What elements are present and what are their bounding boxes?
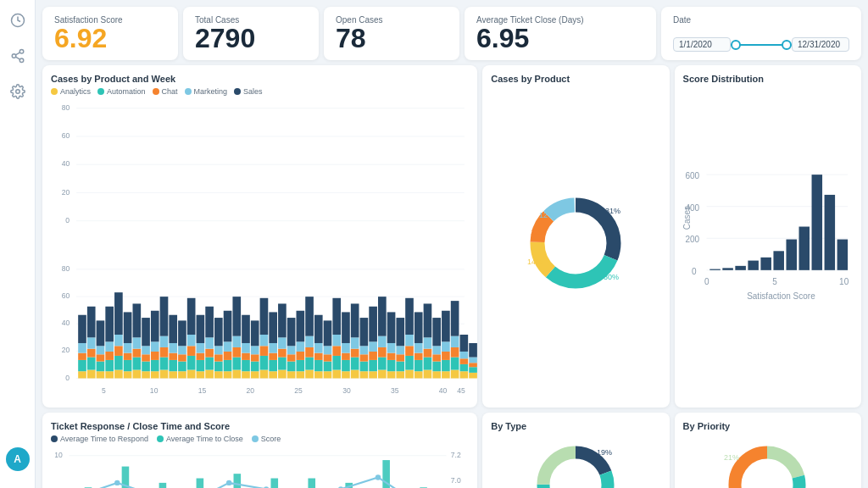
svg-rect-102: [197, 360, 205, 371]
svg-rect-280: [760, 258, 771, 270]
svg-text:60: 60: [62, 291, 70, 300]
svg-rect-81: [160, 369, 169, 378]
bar-chart-title: Cases by Product and Week: [51, 74, 469, 84]
svg-text:0: 0: [65, 216, 70, 225]
svg-rect-109: [205, 337, 214, 348]
svg-rect-202: [378, 357, 387, 369]
svg-rect-250: [460, 335, 469, 352]
svg-rect-205: [378, 297, 387, 336]
svg-rect-135: [251, 320, 259, 346]
svg-rect-91: [178, 371, 186, 378]
svg-rect-194: [360, 346, 369, 354]
date-start-input[interactable]: [673, 37, 731, 52]
svg-text:80: 80: [62, 264, 70, 273]
kpi-open-value: 78: [336, 25, 448, 52]
svg-rect-92: [178, 361, 186, 371]
date-slider[interactable]: [736, 44, 787, 46]
svg-rect-153: [287, 354, 296, 361]
svg-point-325: [226, 480, 231, 485]
settings-icon[interactable]: [8, 81, 28, 102]
svg-rect-254: [469, 357, 477, 363]
svg-rect-235: [432, 318, 441, 346]
svg-rect-142: [269, 360, 277, 371]
svg-rect-120: [224, 310, 232, 341]
svg-point-344: [555, 464, 596, 488]
svg-rect-195: [360, 318, 369, 346]
svg-rect-60: [114, 292, 123, 335]
svg-rect-227: [424, 357, 432, 369]
svg-rect-233: [432, 354, 441, 361]
svg-rect-204: [378, 336, 387, 347]
svg-rect-174: [324, 346, 332, 354]
svg-text:10: 10: [150, 385, 159, 394]
svg-rect-247: [460, 364, 469, 371]
svg-rect-88: [169, 352, 177, 359]
donut-type-container: 19% 56% 25% Problem Request Ques: [491, 435, 660, 488]
svg-rect-52: [105, 360, 114, 371]
svg-rect-236: [442, 371, 450, 378]
bottom-charts-row: Ticket Response / Close Time and Score A…: [42, 413, 861, 488]
svg-rect-47: [97, 361, 105, 371]
svg-rect-137: [260, 356, 269, 370]
svg-rect-242: [451, 357, 459, 369]
label-score: Score: [261, 435, 281, 443]
svg-rect-201: [378, 369, 387, 378]
svg-rect-277: [722, 268, 733, 270]
svg-rect-193: [360, 354, 369, 361]
svg-rect-119: [224, 341, 232, 352]
svg-rect-251: [469, 373, 477, 379]
svg-rect-154: [287, 346, 296, 354]
slider-thumb-left[interactable]: [731, 40, 741, 50]
svg-text:30%: 30%: [604, 273, 619, 281]
svg-rect-231: [432, 371, 441, 378]
svg-text:80: 80: [62, 103, 70, 112]
svg-rect-183: [342, 352, 350, 359]
svg-rect-113: [214, 354, 223, 361]
svg-rect-306: [159, 483, 167, 488]
svg-rect-65: [124, 312, 132, 343]
svg-point-351: [747, 464, 787, 488]
line-chart-title: Ticket Response / Close Time and Score: [51, 421, 469, 431]
svg-rect-67: [133, 357, 142, 369]
svg-rect-72: [142, 361, 150, 371]
share-icon[interactable]: [8, 46, 28, 66]
slider-thumb-right[interactable]: [782, 40, 792, 50]
svg-rect-63: [124, 352, 132, 359]
svg-rect-223: [415, 352, 423, 359]
svg-rect-95: [178, 320, 186, 346]
svg-rect-132: [251, 361, 259, 371]
clock-icon[interactable]: [8, 10, 28, 30]
svg-text:60: 60: [62, 131, 70, 140]
svg-rect-162: [305, 357, 314, 369]
svg-rect-165: [305, 297, 314, 336]
svg-rect-181: [342, 371, 350, 378]
svg-rect-196: [369, 371, 377, 378]
svg-rect-252: [469, 367, 477, 373]
legend-marketing: Marketing: [185, 87, 228, 96]
svg-rect-64: [124, 343, 132, 353]
svg-rect-276: [709, 269, 721, 270]
legend-chat: Chat: [153, 87, 178, 96]
svg-rect-249: [460, 352, 469, 358]
date-end-input[interactable]: [792, 37, 849, 52]
svg-rect-212: [396, 361, 404, 371]
svg-rect-74: [142, 346, 150, 354]
svg-rect-144: [269, 343, 277, 353]
svg-rect-116: [224, 371, 232, 378]
legend-automation: Automation: [97, 87, 146, 96]
dot-score: [252, 435, 259, 442]
svg-rect-152: [287, 361, 296, 371]
svg-rect-278: [735, 266, 746, 270]
kpi-date: Date: [661, 7, 861, 60]
svg-text:10: 10: [54, 451, 63, 459]
legend-label-sales: Sales: [243, 87, 263, 96]
svg-rect-155: [287, 318, 296, 346]
svg-rect-42: [87, 357, 96, 369]
svg-rect-281: [773, 251, 784, 270]
svg-rect-145: [269, 312, 277, 343]
svg-rect-62: [124, 360, 132, 371]
svg-point-261: [552, 219, 599, 267]
app-logo[interactable]: A: [6, 447, 30, 471]
svg-text:0: 0: [65, 373, 70, 381]
bar-chart-card: Cases by Product and Week Analytics Auto…: [42, 65, 477, 408]
